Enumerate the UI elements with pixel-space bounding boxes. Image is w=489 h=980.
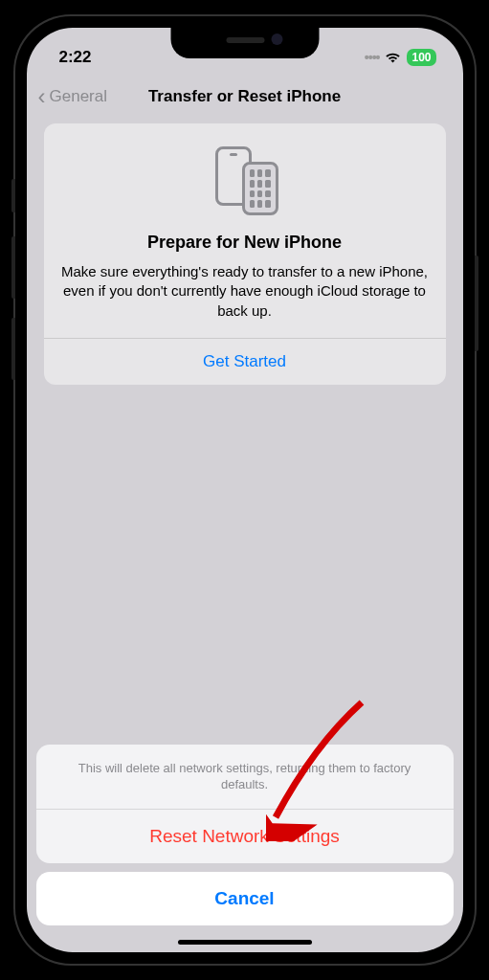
page-title: Transfer or Reset iPhone bbox=[148, 87, 341, 106]
transfer-phones-icon bbox=[211, 146, 278, 215]
notch bbox=[170, 28, 319, 58]
cancel-button[interactable]: Cancel bbox=[36, 872, 454, 925]
volume-down-button bbox=[11, 318, 15, 380]
home-indicator[interactable] bbox=[178, 940, 312, 945]
screen: 2:22 •••• 100 ‹ General Transfer or Rese… bbox=[27, 28, 463, 952]
chevron-left-icon: ‹ bbox=[38, 83, 46, 110]
content: Prepare for New iPhone Make sure everyth… bbox=[27, 123, 463, 385]
status-right: •••• 100 bbox=[365, 49, 436, 66]
action-sheet-group: This will delete all network settings, r… bbox=[36, 745, 454, 863]
battery-badge: 100 bbox=[407, 49, 435, 66]
get-started-button[interactable]: Get Started bbox=[61, 339, 429, 385]
cellular-dots-icon: •••• bbox=[365, 50, 380, 65]
status-time: 2:22 bbox=[59, 48, 92, 67]
card-title: Prepare for New iPhone bbox=[61, 233, 429, 253]
reset-network-settings-button[interactable]: Reset Network Settings bbox=[36, 810, 454, 863]
volume-up-button bbox=[11, 236, 15, 299]
action-sheet-message: This will delete all network settings, r… bbox=[36, 745, 454, 810]
mute-switch bbox=[11, 179, 15, 212]
prepare-card: Prepare for New iPhone Make sure everyth… bbox=[44, 123, 446, 385]
card-description: Make sure everything's ready to transfer… bbox=[61, 262, 429, 321]
wifi-icon bbox=[385, 52, 401, 64]
iphone-frame: 2:22 •••• 100 ‹ General Transfer or Rese… bbox=[15, 16, 475, 964]
back-label: General bbox=[50, 87, 107, 106]
navigation-bar: ‹ General Transfer or Reset iPhone bbox=[27, 74, 463, 123]
power-button bbox=[475, 256, 478, 351]
action-sheet: This will delete all network settings, r… bbox=[27, 745, 463, 952]
back-button[interactable]: ‹ General bbox=[38, 83, 107, 110]
